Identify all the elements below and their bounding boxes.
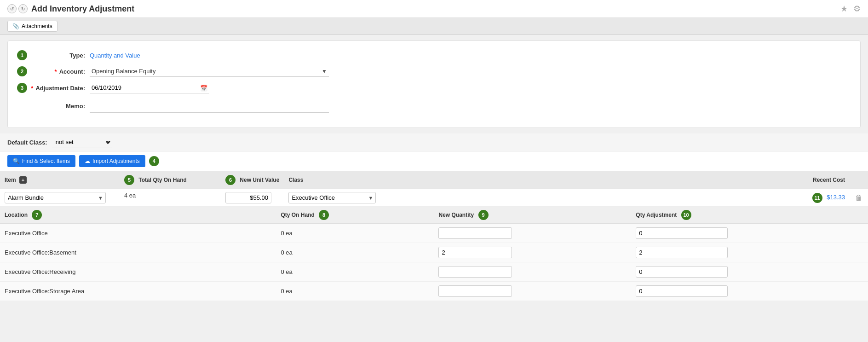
delete-row-icon[interactable]: 🗑 — [855, 194, 862, 202]
nav-forward-button[interactable]: ↻ — [18, 4, 28, 13]
qty-adjustment-input[interactable] — [636, 266, 728, 278]
account-dropdown-arrow[interactable]: ▼ — [322, 68, 327, 75]
default-class-select[interactable]: not set — [52, 137, 112, 147]
find-select-items-label: Find & Select Items — [22, 158, 70, 164]
star-icon[interactable]: ★ — [840, 4, 848, 14]
adjustment-date-label-text: Adjustment Date: — [35, 85, 85, 92]
required-star: * — [54, 68, 57, 75]
col-header-class: Class — [284, 171, 380, 189]
sub-table-cell: Location 7 Qty On Hand 8 New Quantity 9 — [0, 207, 868, 301]
qty-adjustment-cell — [631, 262, 868, 282]
top-bar-left: ↺ ↻ Add Inventory Adjustment — [7, 4, 134, 14]
step-badge-3: 3 — [17, 83, 27, 93]
total-qty-header-label: Total Qty On Hand — [138, 177, 186, 183]
find-select-items-button[interactable]: 🔍 Find & Select Items — [7, 155, 75, 167]
date-wrapper: 📅 — [90, 82, 209, 93]
table-row: Alarm Bundle ▼ 4 ea Executive Office — [0, 189, 868, 207]
memo-row: Memo: — [17, 99, 851, 113]
recent-cost-header-label: Recent Cost — [813, 177, 845, 183]
default-class-bar: Default Class: not set ▼ — [0, 133, 868, 151]
delete-cell: 🗑 — [850, 189, 868, 207]
new-quantity-input[interactable] — [438, 227, 512, 239]
main-table: Item + 5 Total Qty On Hand 6 New Unit Va… — [0, 171, 868, 301]
new-unit-value-input[interactable] — [225, 192, 271, 203]
new-quantity-input[interactable] — [438, 266, 512, 278]
default-class-label: Default Class: — [7, 139, 47, 146]
account-select-wrapper: Opening Balance Equity ▼ — [90, 66, 329, 77]
type-value: Quantity and Value — [90, 52, 140, 59]
upload-icon: ☁ — [85, 158, 90, 164]
default-class-select-wrapper: not set ▼ — [52, 137, 112, 147]
main-table-header-row: Item + 5 Total Qty On Hand 6 New Unit Va… — [0, 171, 868, 189]
new-quantity-header-label: New Quantity — [438, 212, 474, 218]
location-table-row: Executive Office:Receiving0 ea — [0, 262, 868, 282]
new-quantity-input[interactable] — [438, 247, 512, 258]
sub-col-header-qty-on-hand: Qty On Hand 8 — [276, 207, 434, 224]
qty-on-hand-cell: 0 ea — [276, 224, 434, 243]
col-header-new-unit-val: 6 New Unit Value — [221, 171, 284, 189]
nav-back-button[interactable]: ↺ — [7, 4, 17, 13]
item-select-wrapper: Alarm Bundle ▼ — [5, 192, 106, 203]
attachments-label: Attachments — [22, 23, 52, 29]
qty-adjustment-header-label: Qty Adjustment — [636, 212, 677, 218]
qty-adjustment-input[interactable] — [636, 227, 728, 239]
account-input[interactable]: Opening Balance Equity — [90, 66, 329, 77]
location-cell: Executive Office:Basement — [0, 243, 276, 262]
adjustment-date-input[interactable] — [90, 82, 209, 93]
sub-col-header-new-qty: New Quantity 9 — [434, 207, 631, 224]
table-wrapper: Item + 5 Total Qty On Hand 6 New Unit Va… — [0, 171, 868, 301]
location-table-row: Executive Office:Basement0 ea — [0, 243, 868, 262]
sub-table: Location 7 Qty On Hand 8 New Quantity 9 — [0, 207, 868, 301]
step-badge-2: 2 — [17, 66, 27, 76]
location-cell: Executive Office — [0, 224, 276, 243]
total-qty-cell: 4 ea — [120, 189, 221, 207]
gear-icon[interactable]: ⚙ — [853, 4, 861, 14]
location-cell: Executive Office:Storage Area — [0, 282, 276, 301]
total-qty-value: 4 ea — [124, 192, 136, 199]
class-select-wrapper: Executive Office ▼ — [288, 192, 376, 203]
col-header-total-qty: 5 Total Qty On Hand — [120, 171, 221, 189]
location-table-row: Executive Office:Storage Area0 ea — [0, 282, 868, 301]
account-row: 2 * Account: Opening Balance Equity ▼ — [17, 66, 851, 77]
item-header-label: Item — [5, 177, 16, 183]
qty-adjustment-input[interactable] — [636, 285, 728, 297]
col-header-recent-cost: Recent Cost — [380, 171, 850, 189]
memo-textarea[interactable] — [90, 99, 329, 113]
import-adjustments-button[interactable]: ☁ Import Adjustments — [79, 155, 145, 167]
type-label: Type: — [30, 52, 90, 59]
account-label: * Account: — [30, 68, 90, 75]
new-quantity-cell — [434, 282, 631, 301]
location-cell: Executive Office:Receiving — [0, 262, 276, 282]
qty-adjustment-cell — [631, 243, 868, 262]
import-adjustments-label: Import Adjustments — [92, 158, 140, 164]
item-cell: Alarm Bundle ▼ — [0, 189, 120, 207]
step-badge-10: 10 — [681, 210, 691, 220]
paperclip-icon: 📎 — [12, 23, 19, 29]
step-badge-9: 9 — [478, 210, 489, 220]
new-quantity-input[interactable] — [438, 285, 512, 297]
class-select[interactable]: Executive Office — [288, 192, 376, 203]
qty-on-hand-cell: 0 ea — [276, 282, 434, 301]
qty-on-hand-cell: 0 ea — [276, 262, 434, 282]
top-bar-right: ★ ⚙ — [840, 4, 861, 14]
class-cell: Executive Office ▼ — [284, 189, 380, 207]
step-badge-5: 5 — [124, 175, 134, 185]
calendar-icon[interactable]: 📅 — [200, 85, 207, 92]
new-quantity-cell — [434, 262, 631, 282]
adjustment-date-row: 3 * Adjustment Date: 📅 — [17, 82, 851, 93]
page-title: Add Inventory Adjustment — [31, 4, 134, 14]
qty-on-hand-header-label: Qty On Hand — [281, 212, 314, 218]
add-item-icon[interactable]: + — [19, 176, 27, 184]
col-header-actions — [850, 171, 868, 189]
attachments-button[interactable]: 📎 Attachments — [7, 21, 57, 32]
account-label-text: Account: — [59, 68, 85, 75]
location-header-label: Location — [5, 212, 28, 218]
toolbar: 📎 Attachments — [0, 18, 868, 35]
item-select[interactable]: Alarm Bundle — [5, 192, 106, 203]
action-buttons: 🔍 Find & Select Items ☁ Import Adjustmen… — [0, 151, 868, 171]
qty-adjustment-input[interactable] — [636, 247, 728, 258]
type-row: 1 Type: Quantity and Value — [17, 50, 851, 60]
new-quantity-cell — [434, 224, 631, 243]
sub-table-header-row: Location 7 Qty On Hand 8 New Quantity 9 — [0, 207, 868, 224]
search-icon: 🔍 — [13, 158, 20, 164]
